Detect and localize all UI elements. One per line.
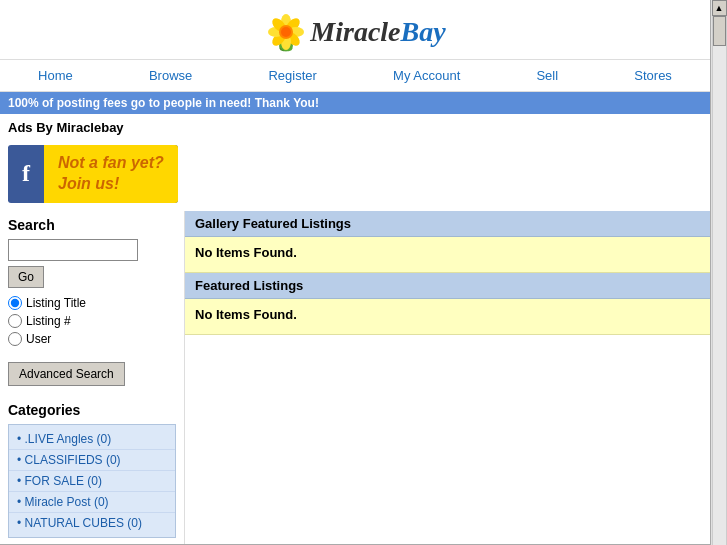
gallery-header: Gallery Featured Listings — [185, 211, 710, 237]
nav-home[interactable]: Home — [38, 68, 73, 83]
category-miracle-post[interactable]: • Miracle Post (0) — [9, 492, 175, 513]
two-col-layout: Search Go Listing Title Listing # — [0, 211, 710, 544]
nav-sell[interactable]: Sell — [536, 68, 558, 83]
svg-point-11 — [281, 27, 291, 37]
facebook-promo-text: Not a fan yet? Join us! — [44, 145, 178, 203]
radio-user[interactable]: User — [8, 332, 176, 346]
category-for-sale[interactable]: • FOR SALE (0) — [9, 471, 175, 492]
scroll-track-vertical[interactable] — [712, 16, 727, 545]
gallery-empty: No Items Found. — [185, 237, 710, 273]
nav-my-account[interactable]: My Account — [393, 68, 460, 83]
search-input[interactable] — [8, 239, 138, 261]
categories-box: • .LIVE Angles (0) • CLASSIFIEDS (0) • F… — [8, 424, 176, 538]
category-natural-cubes[interactable]: • NATURAL CUBES (0) — [9, 513, 175, 533]
radio-listing-num[interactable]: Listing # — [8, 314, 176, 328]
nav-browse[interactable]: Browse — [149, 68, 192, 83]
vertical-scrollbar: ▲ ▼ — [710, 0, 727, 545]
logo: MiracleBay — [0, 10, 710, 54]
logo-flower-icon — [264, 10, 308, 54]
ads-label: Ads By Miraclebay — [0, 114, 710, 141]
nav-register[interactable]: Register — [268, 68, 316, 83]
go-button[interactable]: Go — [8, 266, 44, 288]
nav-bar: Home Browse Register My Account Sell Sto… — [0, 59, 710, 92]
facebook-icon: f — [8, 147, 44, 201]
category-classifieds[interactable]: • CLASSIFIEDS (0) — [9, 450, 175, 471]
categories-label: Categories — [8, 402, 176, 418]
nav-stores[interactable]: Stores — [634, 68, 672, 83]
header: MiracleBay — [0, 0, 710, 59]
logo-text: MiracleBay — [310, 16, 445, 48]
scroll-thumb-vertical[interactable] — [713, 16, 726, 46]
scroll-up-button[interactable]: ▲ — [712, 0, 727, 16]
category-live-angles[interactable]: • .LIVE Angles (0) — [9, 429, 175, 450]
search-label: Search — [8, 217, 176, 233]
right-column: Gallery Featured Listings No Items Found… — [185, 211, 710, 544]
featured-header: Featured Listings — [185, 273, 710, 299]
left-column: Search Go Listing Title Listing # — [0, 211, 185, 544]
search-radio-group: Listing Title Listing # User — [8, 296, 176, 346]
facebook-promo[interactable]: f Not a fan yet? Join us! — [8, 145, 178, 203]
featured-empty: No Items Found. — [185, 299, 710, 335]
advanced-search-button[interactable]: Advanced Search — [8, 362, 125, 386]
notice-banner: 100% of posting fees go to people in nee… — [0, 92, 710, 114]
radio-listing-title[interactable]: Listing Title — [8, 296, 176, 310]
